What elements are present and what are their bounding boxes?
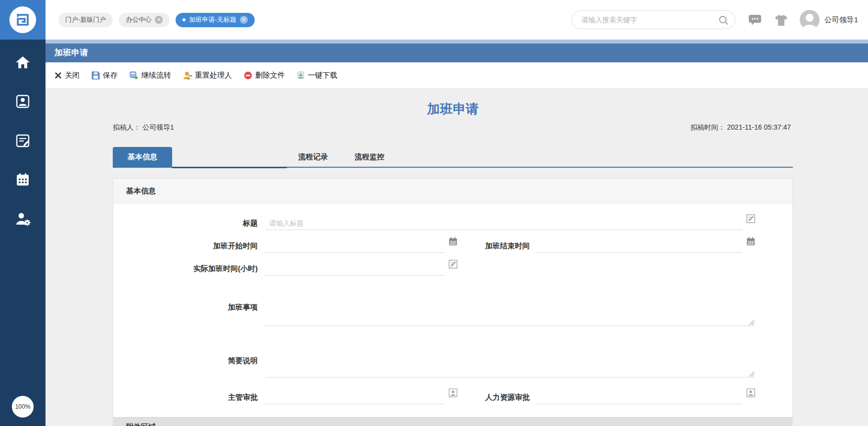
tab-flow-record[interactable]: 流程记录 [285,147,341,167]
hr-approval-input[interactable] [536,391,742,404]
calendar-picker-icon[interactable] [746,237,755,246]
user-avatar[interactable] [800,10,820,30]
calendar-icon [15,172,30,187]
supervisor-approval-label: 主管审批 [113,393,258,402]
download-icon [297,71,305,80]
continue-flow-button[interactable]: 继续流转 [130,71,171,80]
drafter-label: 拟稿人： [113,123,140,131]
zoom-level-value: 100% [15,403,31,410]
overtime-start-label: 加班开始时间 [113,241,258,251]
tab-label: 加班申请-无标题 [189,15,236,24]
resize-handle-icon[interactable] [748,371,755,377]
title-input[interactable] [265,217,742,230]
global-search [571,10,735,29]
topbar-tab-portal[interactable]: 门户-新版门户 [58,13,113,27]
theme-shirt-icon[interactable] [775,14,788,26]
toolbar: 关闭 保存 继续流转 重置处理人 [46,62,868,88]
basic-info-panel: 基本信息 标题 加班开始时间 加班结束时间 [113,178,793,426]
hr-approval-label: 人力资源审批 [385,393,530,402]
tab-underline-dark [172,167,287,168]
topbar-tab-office-center[interactable]: 办公中心 ✕ [119,13,170,27]
drafter-info: 拟稿人：公司领导1 [113,123,176,132]
brief-description-label: 简要说明 [113,356,258,366]
logo-button[interactable] [0,0,46,40]
search-icon[interactable] [718,15,729,26]
sidebar-item-user-settings[interactable] [0,206,46,231]
draft-time-info: 拟稿时间：2021-11-16 05:37:47 [690,123,793,132]
save-icon [91,71,100,80]
sidebar-item-home[interactable] [0,50,46,75]
sidebar-item-contacts[interactable] [0,89,46,114]
draft-time-value: 2021-11-16 05:37:47 [727,123,791,131]
close-icon[interactable]: ✕ [240,16,248,24]
schedule-icon [15,133,30,148]
topbar-tab-overtime-request[interactable]: 加班申请-无标题 ✕ [176,13,254,27]
page-title: 加班申请 [54,48,88,57]
tab-flow-monitor[interactable]: 流程监控 [341,147,398,167]
message-icon[interactable] [748,14,762,26]
sidebar-item-calendar[interactable] [0,167,46,192]
form-tabstrip: 基本信息 流程记录 流程监控 [113,147,793,168]
sidebar-item-schedule[interactable] [0,128,46,153]
section-basic-info: 基本信息 [113,179,792,203]
tab-label: 办公中心 [126,15,151,24]
home-icon [15,54,31,70]
tab-basic-info[interactable]: 基本信息 [113,147,172,167]
overtime-end-input[interactable] [536,240,742,253]
reset-person-icon [183,71,192,80]
page-title-bar: 加班申请 [46,44,868,62]
delete-file-button[interactable]: 删除文件 [244,71,285,80]
close-icon [54,72,62,79]
tab-label: 门户-新版门户 [65,15,106,24]
brief-description-textarea[interactable] [265,337,755,378]
close-icon[interactable]: ✕ [155,16,163,24]
actual-hours-input[interactable] [265,263,445,276]
app-window: 100% 门户-新版门户 办公中心 ✕ 加班申请-无标题 ✕ [0,0,868,426]
draft-time-label: 拟稿时间： [690,123,725,131]
section-attachments: 附件区域 [113,417,792,426]
contacts-icon [15,94,30,109]
search-input[interactable] [581,15,715,24]
user-settings-icon [15,211,31,227]
overtime-matter-label: 加班事项 [113,303,258,312]
reset-handler-button[interactable]: 重置处理人 [183,71,232,80]
resize-handle-icon[interactable] [748,319,755,326]
active-dot-icon [183,18,185,21]
header-accent-strip [46,40,868,44]
close-button[interactable]: 关闭 [54,71,80,80]
drafter-value: 公司领导1 [142,123,174,131]
delete-icon [244,71,252,80]
app-logo-icon [9,6,36,33]
topbar: 门户-新版门户 办公中心 ✕ 加班申请-无标题 ✕ [46,0,868,40]
person-picker-icon[interactable] [746,388,755,397]
title-label: 标题 [113,219,258,228]
overtime-end-label: 加班结束时间 [385,241,530,251]
sidebar: 100% [0,0,46,426]
forward-icon [130,71,138,80]
user-name[interactable]: 公司领导1 [824,15,858,25]
save-button[interactable]: 保存 [91,71,118,80]
download-all-button[interactable]: 一键下载 [297,71,337,80]
overtime-matter-textarea[interactable] [265,285,755,326]
zoom-level-badge[interactable]: 100% [12,396,34,418]
actual-hours-label: 实际加班时间(小时) [113,264,258,274]
sidebar-nav [0,50,46,245]
edit-form-icon[interactable] [746,214,755,223]
edit-form-icon[interactable] [449,260,457,269]
form-title: 加班申请 [113,100,793,118]
